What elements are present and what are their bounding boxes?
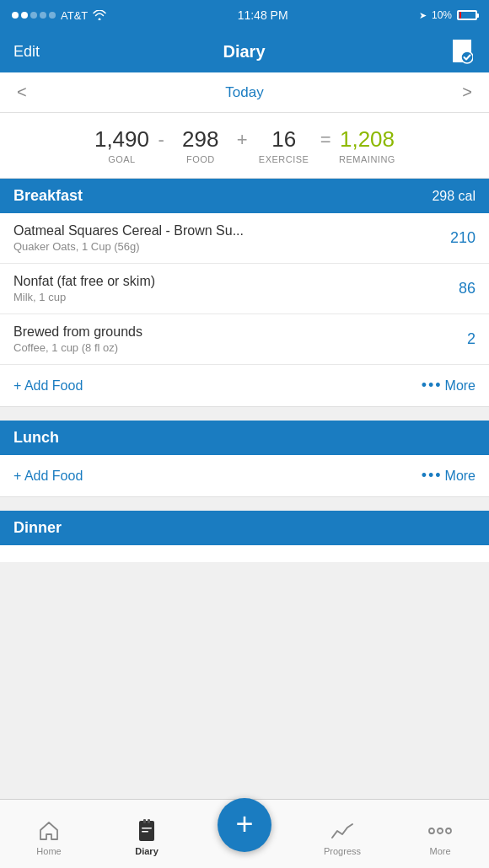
breakfast-item-1[interactable]: Oatmeal Squares Cereal - Brown Su... Qua…	[0, 213, 489, 264]
tab-bar: Home Diary + Progress	[0, 799, 489, 868]
equals-operator: =	[314, 129, 338, 151]
location-icon: ➤	[419, 10, 427, 21]
lunch-header: Lunch	[0, 421, 489, 455]
next-date-button[interactable]: >	[462, 83, 472, 102]
exercise-value: 16	[271, 126, 296, 153]
remaining-value: 1,208	[340, 126, 395, 153]
goal-block: 1,490 GOAL	[92, 126, 151, 164]
goal-label: GOAL	[108, 154, 136, 164]
status-time: 11:48 PM	[238, 8, 288, 22]
dinner-header: Dinner	[0, 511, 489, 545]
gap-2	[0, 497, 489, 511]
breakfast-more-label: More	[445, 378, 476, 394]
svg-point-9	[438, 828, 443, 833]
more-tab-label: More	[429, 846, 450, 856]
breakfast-item-2[interactable]: Nonfat (fat free or skim) Milk, 1 cup 86	[0, 264, 489, 314]
food-label: FOOD	[186, 154, 215, 164]
food-desc-2: Milk, 1 cup	[13, 291, 442, 303]
lunch-more-dots: •••	[422, 467, 443, 485]
main-content: < Today > 1,490 GOAL - 298 FOOD + 16 EXE…	[0, 72, 489, 631]
more-icon	[428, 819, 452, 843]
tab-add[interactable]: +	[196, 791, 293, 860]
wifi-icon	[93, 10, 106, 20]
lunch-more-label: More	[445, 469, 476, 484]
diary-tab-label: Diary	[135, 846, 159, 856]
breakfast-item-3[interactable]: Brewed from grounds Coffee, 1 cup (8 fl …	[0, 314, 489, 365]
food-calories-2: 86	[442, 280, 476, 297]
nav-bar: Edit Diary	[0, 30, 489, 72]
battery-icon	[457, 10, 477, 20]
edit-button[interactable]: Edit	[13, 43, 40, 61]
breakfast-header: Breakfast 298 cal	[0, 179, 489, 213]
plus-icon: +	[235, 809, 253, 839]
food-block: 298 FOOD	[171, 126, 230, 164]
food-info-2: Nonfat (fat free or skim) Milk, 1 cup	[13, 274, 442, 303]
breakfast-add-food-row: + Add Food ••• More	[0, 365, 489, 407]
calorie-summary: 1,490 GOAL - 298 FOOD + 16 EXERCISE = 1,…	[0, 113, 489, 179]
food-name-2: Nonfat (fat free or skim)	[13, 274, 442, 289]
plus-operator: +	[230, 129, 255, 151]
signal-dot-5	[49, 12, 56, 19]
svg-rect-6	[142, 828, 152, 829]
breakfast-add-food-label: + Add Food	[13, 378, 83, 394]
dinner-title: Dinner	[13, 519, 62, 537]
remaining-block: 1,208 REMAINING	[338, 126, 397, 164]
tab-home[interactable]: Home	[0, 812, 98, 856]
food-value: 298	[182, 126, 218, 153]
lunch-add-food-row: + Add Food ••• More	[0, 455, 489, 497]
svg-rect-7	[142, 831, 148, 833]
page-title: Diary	[223, 42, 266, 62]
breakfast-title: Breakfast	[13, 187, 83, 205]
breakfast-add-food-button[interactable]: + Add Food	[13, 378, 83, 394]
current-date-label[interactable]: Today	[225, 84, 263, 101]
prev-date-button[interactable]: <	[17, 83, 27, 102]
progress-tab-label: Progress	[324, 846, 361, 856]
gap-1	[0, 407, 489, 421]
food-calories-1: 210	[442, 229, 476, 247]
diary-icon	[135, 819, 159, 843]
exercise-block: 16 EXERCISE	[255, 126, 314, 164]
food-info-3: Brewed from grounds Coffee, 1 cup (8 fl …	[13, 324, 442, 354]
date-navigation: < Today >	[0, 72, 489, 113]
food-name-3: Brewed from grounds	[13, 324, 442, 340]
signal-dot-3	[30, 12, 37, 19]
signal-dot-2	[21, 12, 28, 19]
battery-percent: 10%	[432, 9, 452, 21]
food-name-1: Oatmeal Squares Cereal - Brown Su...	[13, 223, 442, 238]
svg-point-8	[429, 828, 434, 833]
food-desc-3: Coffee, 1 cup (8 fl oz)	[13, 341, 442, 354]
home-tab-label: Home	[36, 846, 61, 856]
minus-operator: -	[151, 129, 170, 151]
remaining-label: REMAINING	[339, 154, 395, 164]
signal-dot-1	[12, 12, 19, 19]
lunch-more-button[interactable]: ••• More	[422, 467, 476, 485]
add-entry-button[interactable]: +	[218, 798, 271, 852]
status-bar: AT&T 11:48 PM ➤ 10%	[0, 0, 489, 30]
exercise-label: EXERCISE	[259, 154, 309, 164]
svg-rect-5	[148, 819, 150, 823]
lunch-add-food-label: + Add Food	[13, 469, 83, 484]
breakfast-more-dots: •••	[422, 377, 443, 394]
status-left: AT&T	[12, 9, 106, 22]
breakfast-more-button[interactable]: ••• More	[422, 377, 476, 394]
food-info-1: Oatmeal Squares Cereal - Brown Su... Qua…	[13, 223, 442, 253]
food-calories-3: 2	[442, 330, 476, 348]
tab-progress[interactable]: Progress	[293, 812, 391, 856]
progress-icon	[330, 819, 354, 843]
status-right: ➤ 10%	[419, 9, 477, 21]
signal-dots	[12, 12, 56, 19]
tab-more[interactable]: More	[391, 812, 489, 856]
tab-diary[interactable]: Diary	[98, 812, 196, 856]
svg-point-10	[446, 828, 451, 833]
lunch-add-food-button[interactable]: + Add Food	[13, 469, 83, 484]
dinner-spacer	[0, 545, 489, 562]
svg-rect-4	[143, 819, 146, 823]
home-icon	[37, 819, 61, 843]
food-desc-1: Quaker Oats, 1 Cup (56g)	[13, 240, 442, 253]
bookmark-check-icon[interactable]	[449, 38, 476, 65]
carrier-label: AT&T	[61, 9, 88, 22]
goal-value: 1,490	[94, 126, 149, 153]
lunch-title: Lunch	[13, 429, 59, 447]
breakfast-calories: 298 cal	[432, 189, 476, 204]
signal-dot-4	[40, 12, 46, 19]
